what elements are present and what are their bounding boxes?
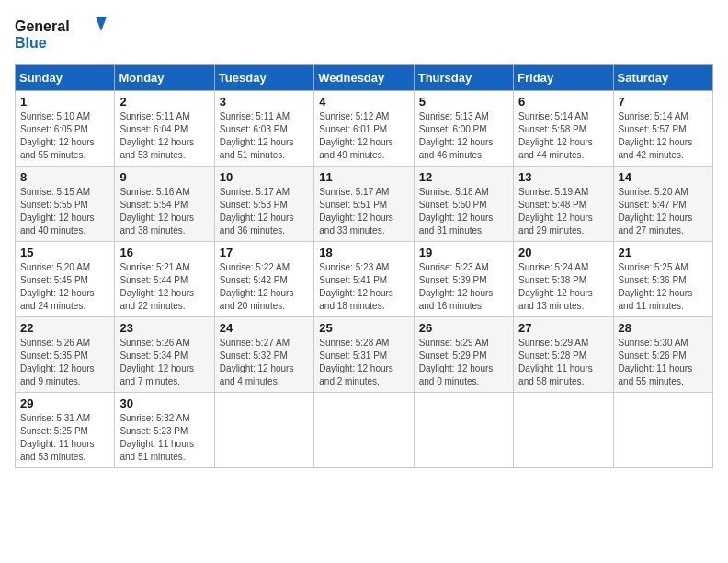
calendar-day-cell: 2Sunrise: 5:11 AMSunset: 6:04 PMDaylight… — [115, 91, 214, 167]
day-info: Sunrise: 5:30 AMSunset: 5:26 PMDaylight:… — [619, 337, 708, 388]
day-info: Sunrise: 5:19 AMSunset: 5:48 PMDaylight:… — [518, 186, 608, 237]
weekday-header: Saturday — [613, 65, 712, 91]
day-number: 26 — [419, 321, 508, 335]
day-number: 19 — [419, 246, 508, 259]
calendar-day-cell: 28Sunrise: 5:30 AMSunset: 5:26 PMDayligh… — [613, 317, 712, 393]
calendar-week-row: 15Sunrise: 5:20 AMSunset: 5:45 PMDayligh… — [16, 242, 713, 317]
calendar-day-cell: 30Sunrise: 5:32 AMSunset: 5:23 PMDayligh… — [115, 393, 214, 468]
weekday-row: SundayMondayTuesdayWednesdayThursdayFrid… — [16, 65, 713, 91]
calendar-day-cell: 12Sunrise: 5:18 AMSunset: 5:50 PMDayligh… — [414, 167, 513, 242]
calendar-day-cell: 13Sunrise: 5:19 AMSunset: 5:48 PMDayligh… — [514, 167, 613, 242]
calendar-week-row: 22Sunrise: 5:26 AMSunset: 5:35 PMDayligh… — [16, 317, 713, 393]
day-number: 28 — [619, 321, 708, 335]
calendar-day-cell: 9Sunrise: 5:16 AMSunset: 5:54 PMDaylight… — [115, 167, 214, 242]
weekday-header: Sunday — [16, 65, 115, 91]
calendar-week-row: 29Sunrise: 5:31 AMSunset: 5:25 PMDayligh… — [16, 393, 713, 468]
day-number: 17 — [220, 246, 309, 259]
calendar-day-cell — [314, 393, 414, 468]
calendar-day-cell — [514, 393, 613, 468]
day-number: 25 — [319, 321, 408, 335]
logo: GeneralBlue — [15, 15, 107, 53]
day-number: 12 — [419, 170, 508, 184]
day-info: Sunrise: 5:25 AMSunset: 5:36 PMDaylight:… — [619, 261, 708, 313]
day-number: 1 — [20, 95, 109, 109]
calendar-day-cell: 20Sunrise: 5:24 AMSunset: 5:38 PMDayligh… — [514, 242, 613, 317]
calendar-day-cell: 11Sunrise: 5:17 AMSunset: 5:51 PMDayligh… — [314, 167, 414, 242]
calendar-day-cell: 25Sunrise: 5:28 AMSunset: 5:31 PMDayligh… — [314, 317, 414, 393]
calendar-day-cell — [214, 393, 313, 468]
svg-text:General: General — [15, 18, 70, 34]
calendar-day-cell: 17Sunrise: 5:22 AMSunset: 5:42 PMDayligh… — [214, 242, 313, 317]
calendar-day-cell: 23Sunrise: 5:26 AMSunset: 5:34 PMDayligh… — [115, 317, 214, 393]
day-info: Sunrise: 5:17 AMSunset: 5:53 PMDaylight:… — [220, 186, 309, 237]
day-info: Sunrise: 5:28 AMSunset: 5:31 PMDaylight:… — [319, 337, 408, 388]
calendar-day-cell: 22Sunrise: 5:26 AMSunset: 5:35 PMDayligh… — [16, 317, 115, 393]
day-info: Sunrise: 5:14 AMSunset: 5:58 PMDaylight:… — [518, 110, 608, 162]
calendar-header: SundayMondayTuesdayWednesdayThursdayFrid… — [16, 65, 713, 91]
calendar-day-cell: 15Sunrise: 5:20 AMSunset: 5:45 PMDayligh… — [16, 242, 115, 317]
logo-svg: GeneralBlue — [15, 15, 107, 53]
day-info: Sunrise: 5:32 AMSunset: 5:23 PMDaylight:… — [119, 412, 209, 464]
day-number: 20 — [518, 246, 608, 259]
day-number: 15 — [20, 246, 109, 259]
calendar-day-cell: 14Sunrise: 5:20 AMSunset: 5:47 PMDayligh… — [613, 167, 712, 242]
calendar-day-cell: 29Sunrise: 5:31 AMSunset: 5:25 PMDayligh… — [16, 393, 115, 468]
day-number: 22 — [20, 321, 109, 335]
day-info: Sunrise: 5:29 AMSunset: 5:28 PMDaylight:… — [518, 337, 608, 388]
day-number: 7 — [619, 95, 708, 109]
day-number: 11 — [319, 170, 408, 184]
day-info: Sunrise: 5:26 AMSunset: 5:34 PMDaylight:… — [119, 337, 209, 388]
weekday-header: Thursday — [414, 65, 513, 91]
calendar-day-cell: 26Sunrise: 5:29 AMSunset: 5:29 PMDayligh… — [414, 317, 513, 393]
day-info: Sunrise: 5:13 AMSunset: 6:00 PMDaylight:… — [419, 110, 508, 162]
day-number: 30 — [119, 396, 209, 410]
day-number: 18 — [319, 246, 408, 259]
day-info: Sunrise: 5:14 AMSunset: 5:57 PMDaylight:… — [619, 110, 708, 162]
calendar-day-cell: 7Sunrise: 5:14 AMSunset: 5:57 PMDaylight… — [613, 91, 712, 167]
day-number: 14 — [619, 170, 708, 184]
day-info: Sunrise: 5:15 AMSunset: 5:55 PMDaylight:… — [20, 186, 109, 237]
day-info: Sunrise: 5:22 AMSunset: 5:42 PMDaylight:… — [220, 261, 309, 313]
day-info: Sunrise: 5:21 AMSunset: 5:44 PMDaylight:… — [119, 261, 209, 313]
day-info: Sunrise: 5:23 AMSunset: 5:39 PMDaylight:… — [419, 261, 508, 313]
day-info: Sunrise: 5:11 AMSunset: 6:03 PMDaylight:… — [220, 110, 309, 162]
day-number: 9 — [119, 170, 209, 184]
day-number: 13 — [518, 170, 608, 184]
calendar-day-cell: 27Sunrise: 5:29 AMSunset: 5:28 PMDayligh… — [514, 317, 613, 393]
calendar-body: 1Sunrise: 5:10 AMSunset: 6:05 PMDaylight… — [16, 91, 713, 468]
day-info: Sunrise: 5:10 AMSunset: 6:05 PMDaylight:… — [20, 110, 109, 162]
day-number: 24 — [220, 321, 309, 335]
day-number: 29 — [20, 396, 109, 410]
calendar-week-row: 1Sunrise: 5:10 AMSunset: 6:05 PMDaylight… — [16, 91, 713, 167]
day-info: Sunrise: 5:24 AMSunset: 5:38 PMDaylight:… — [518, 261, 608, 313]
calendar-table: SundayMondayTuesdayWednesdayThursdayFrid… — [15, 64, 713, 468]
day-number: 21 — [619, 246, 708, 259]
day-info: Sunrise: 5:17 AMSunset: 5:51 PMDaylight:… — [319, 186, 408, 237]
calendar-day-cell: 16Sunrise: 5:21 AMSunset: 5:44 PMDayligh… — [115, 242, 214, 317]
day-info: Sunrise: 5:20 AMSunset: 5:47 PMDaylight:… — [619, 186, 708, 237]
calendar-week-row: 8Sunrise: 5:15 AMSunset: 5:55 PMDaylight… — [16, 167, 713, 242]
day-info: Sunrise: 5:27 AMSunset: 5:32 PMDaylight:… — [220, 337, 309, 388]
day-number: 23 — [119, 321, 209, 335]
day-number: 4 — [319, 95, 408, 109]
calendar-day-cell: 18Sunrise: 5:23 AMSunset: 5:41 PMDayligh… — [314, 242, 414, 317]
day-info: Sunrise: 5:29 AMSunset: 5:29 PMDaylight:… — [419, 337, 508, 388]
calendar-day-cell: 24Sunrise: 5:27 AMSunset: 5:32 PMDayligh… — [214, 317, 313, 393]
day-number: 27 — [518, 321, 608, 335]
svg-text:Blue: Blue — [15, 35, 47, 51]
calendar-day-cell: 1Sunrise: 5:10 AMSunset: 6:05 PMDaylight… — [16, 91, 115, 167]
day-number: 16 — [119, 246, 209, 259]
calendar-day-cell: 4Sunrise: 5:12 AMSunset: 6:01 PMDaylight… — [314, 91, 414, 167]
day-number: 5 — [419, 95, 508, 109]
day-number: 3 — [220, 95, 309, 109]
weekday-header: Tuesday — [214, 65, 313, 91]
calendar-day-cell: 5Sunrise: 5:13 AMSunset: 6:00 PMDaylight… — [414, 91, 513, 167]
day-number: 2 — [119, 95, 209, 109]
svg-marker-2 — [96, 17, 107, 31]
calendar-day-cell — [414, 393, 513, 468]
calendar-day-cell: 3Sunrise: 5:11 AMSunset: 6:03 PMDaylight… — [214, 91, 313, 167]
day-info: Sunrise: 5:11 AMSunset: 6:04 PMDaylight:… — [119, 110, 209, 162]
day-info: Sunrise: 5:20 AMSunset: 5:45 PMDaylight:… — [20, 261, 109, 313]
calendar-day-cell: 8Sunrise: 5:15 AMSunset: 5:55 PMDaylight… — [16, 167, 115, 242]
day-info: Sunrise: 5:26 AMSunset: 5:35 PMDaylight:… — [20, 337, 109, 388]
